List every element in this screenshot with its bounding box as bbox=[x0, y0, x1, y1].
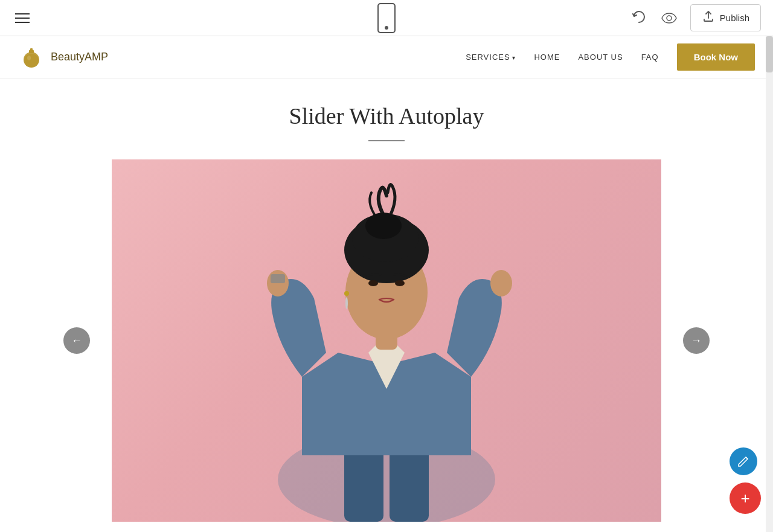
fab-add-button[interactable]: + bbox=[730, 482, 761, 514]
mobile-preview-icon[interactable] bbox=[377, 3, 396, 33]
title-divider bbox=[368, 140, 405, 141]
editor-toolbar: Publish bbox=[0, 0, 773, 36]
book-now-button[interactable]: Book Now bbox=[677, 43, 755, 71]
publish-button[interactable]: Publish bbox=[690, 4, 761, 31]
brand: BeautyAMP bbox=[18, 44, 108, 71]
svg-point-19 bbox=[345, 297, 348, 309]
nav-home[interactable]: HOME bbox=[534, 53, 560, 62]
svg-point-18 bbox=[344, 291, 349, 296]
upload-icon bbox=[702, 10, 715, 26]
toolbar-center bbox=[377, 3, 396, 33]
site-nav: BeautyAMP SERVICES HOME ABOUT US FAQ Boo… bbox=[0, 36, 773, 79]
svg-rect-20 bbox=[271, 274, 285, 283]
slider-image-inner bbox=[112, 159, 661, 522]
preview-eye-icon[interactable] bbox=[660, 9, 678, 27]
svg-point-10 bbox=[490, 270, 512, 296]
slider-next-button[interactable]: → bbox=[683, 327, 710, 354]
fab-add-icon: + bbox=[740, 489, 749, 508]
svg-point-16 bbox=[368, 280, 378, 286]
publish-label: Publish bbox=[720, 13, 749, 23]
nav-links: SERVICES HOME ABOUT US FAQ Book Now bbox=[466, 43, 755, 71]
scrollbar-track[interactable] bbox=[766, 36, 773, 532]
nav-about-us[interactable]: ABOUT US bbox=[578, 53, 623, 62]
slider-title: Slider With Autoplay bbox=[12, 103, 761, 129]
slider-person-svg bbox=[229, 165, 544, 522]
scrollbar-thumb[interactable] bbox=[766, 36, 773, 72]
toolbar-left bbox=[12, 10, 33, 26]
preview-area: BeautyAMP SERVICES HOME ABOUT US FAQ Boo… bbox=[0, 36, 773, 532]
fab-edit-button[interactable] bbox=[730, 447, 757, 475]
site-content: Slider With Autoplay ← bbox=[0, 79, 773, 522]
hamburger-menu-icon[interactable] bbox=[12, 10, 33, 26]
fab-container: + bbox=[730, 447, 761, 514]
slider-container: ← bbox=[112, 159, 661, 522]
toolbar-right: Publish bbox=[630, 4, 761, 31]
svg-point-0 bbox=[667, 16, 672, 21]
undo-icon[interactable] bbox=[630, 9, 648, 27]
svg-point-5 bbox=[27, 56, 31, 60]
svg-point-17 bbox=[395, 280, 405, 286]
svg-rect-3 bbox=[30, 48, 33, 51]
slider-prev-button[interactable]: ← bbox=[63, 327, 90, 354]
svg-point-15 bbox=[365, 213, 402, 239]
brand-name: BeautyAMP bbox=[51, 51, 108, 63]
nav-services[interactable]: SERVICES bbox=[466, 53, 516, 62]
nav-faq[interactable]: FAQ bbox=[641, 53, 659, 62]
brand-logo-icon bbox=[18, 44, 45, 71]
slider-image bbox=[112, 159, 661, 522]
